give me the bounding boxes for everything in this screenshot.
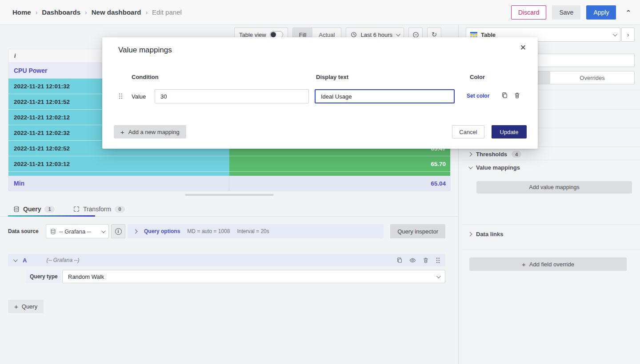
summary-label: Min <box>8 176 229 191</box>
transform-icon <box>73 206 80 212</box>
table-row-partial <box>8 172 450 176</box>
modal-title: Value mappings <box>118 46 172 55</box>
display-text-input[interactable] <box>315 89 455 103</box>
breadcrumb-edit-panel: Edit panel <box>152 8 182 16</box>
value-cell: 65.70 <box>229 156 450 172</box>
chevron-up-icon[interactable]: ⌃ <box>625 9 631 15</box>
tab-transform-label: Transform <box>83 206 111 213</box>
query-options-label: Query options <box>144 228 180 234</box>
value-mappings-header[interactable]: Value mappings <box>462 160 640 175</box>
chevron-right-icon <box>468 152 472 157</box>
apply-button[interactable]: Apply <box>586 5 616 20</box>
display-text-column-header: Display text <box>316 74 348 80</box>
tab-query[interactable]: Query 1 <box>8 202 60 216</box>
value-mappings-modal: Value mappings ✕ Condition Display text … <box>102 37 538 149</box>
datasource-row: Data source -- Grafana -- i Query option… <box>8 224 445 238</box>
query-type-select[interactable]: Random Walk <box>62 270 445 283</box>
pane-resize-handle[interactable] <box>185 194 274 196</box>
chevron-down-icon <box>13 257 18 262</box>
delete-mapping-trash-icon[interactable] <box>514 92 520 100</box>
plus-icon: + <box>522 261 526 268</box>
grafana-edit-panel-screen: Home › Dashboards › New dashboard › Edit… <box>0 0 640 364</box>
add-query-button[interactable]: + Query <box>8 300 44 313</box>
hide-query-eye-icon[interactable] <box>409 257 416 264</box>
condition-column-header: Condition <box>132 74 159 80</box>
breadcrumb-separator-icon: › <box>145 9 148 16</box>
add-field-override-button[interactable]: + Add field override <box>469 257 627 271</box>
copy-mapping-icon[interactable] <box>501 92 508 100</box>
breadcrumb-separator-icon: › <box>36 9 38 16</box>
transform-count-badge: 0 <box>115 206 124 213</box>
delete-query-trash-icon[interactable] <box>423 257 429 263</box>
add-field-override-label: Add field override <box>529 261 574 268</box>
add-new-mapping-label: Add a new mapping <box>128 129 180 135</box>
add-new-mapping-button[interactable]: + Add a new mapping <box>114 125 186 138</box>
query-inspector-button[interactable]: Query inspector <box>390 224 445 238</box>
max-data-points: MD = auto = 1008 <box>187 228 230 234</box>
data-links-header[interactable]: Data links <box>462 225 640 241</box>
query-type-row: Query type Random Walk <box>26 270 445 283</box>
plus-icon: + <box>120 128 124 136</box>
field-override-area: + Add field override <box>462 249 640 285</box>
cancel-button[interactable]: Cancel <box>452 125 484 138</box>
summary-value: 65.04 <box>229 176 450 191</box>
tab-transform[interactable]: Transform 0 <box>68 202 130 216</box>
summary-row: Min 65.04 <box>8 176 450 191</box>
datasource-value: -- Grafana -- <box>59 228 98 235</box>
chevron-down-icon <box>101 229 106 233</box>
query-row-datasource: (-- Grafana --) <box>46 257 79 263</box>
chevron-down-icon <box>436 274 441 278</box>
toggle-knob <box>271 32 276 37</box>
table-row: 2022-11-21 12:03:12 65.70 <box>8 156 450 172</box>
tab-overrides[interactable]: Overrides <box>550 71 634 84</box>
thresholds-label: Thresholds <box>476 151 507 158</box>
color-column-header: Color <box>470 74 485 80</box>
panel-info-icon[interactable]: i <box>14 53 16 59</box>
data-links-label: Data links <box>476 231 503 237</box>
table-viz-icon <box>470 32 477 38</box>
time-cell: 2022-11-21 12:03:12 <box>8 156 229 172</box>
collapse-options-button[interactable]: › <box>621 28 635 42</box>
set-color-link[interactable]: Set color <box>467 93 489 99</box>
info-circle-icon: i <box>115 228 122 235</box>
chevron-right-icon: › <box>627 31 629 38</box>
datasource-picker[interactable]: -- Grafana -- <box>46 224 109 238</box>
mapping-drag-handle-icon[interactable] <box>118 93 123 101</box>
top-nav: Home › Dashboards › New dashboard › Edit… <box>0 0 640 25</box>
query-options-bar[interactable]: Query options MD = auto = 1008 Interval … <box>128 224 384 238</box>
chevron-right-icon <box>468 232 472 237</box>
value-mappings-label: Value mappings <box>476 164 520 171</box>
chevron-right-icon <box>133 229 138 233</box>
chevron-down-icon <box>468 165 473 169</box>
section-value-mappings: Value mappings Add value mappings <box>462 160 640 224</box>
drag-handle-icon[interactable] <box>436 257 440 264</box>
update-button[interactable]: Update <box>492 125 527 138</box>
header-actions: Discard Save Apply ⌃ <box>511 5 631 20</box>
interval: Interval = 20s <box>237 228 269 234</box>
discard-button[interactable]: Discard <box>511 5 546 20</box>
query-ref-id: A <box>23 257 27 264</box>
breadcrumb-separator-icon: › <box>85 9 87 16</box>
thresholds-count-badge: 4 <box>512 151 521 158</box>
duplicate-query-icon[interactable] <box>396 257 403 263</box>
chevron-down-icon <box>396 32 400 36</box>
breadcrumb-dashboards[interactable]: Dashboards <box>42 8 80 16</box>
database-icon <box>50 229 56 234</box>
mapping-type-label: Value <box>132 93 146 100</box>
clock-icon <box>351 32 357 38</box>
query-row-header[interactable]: A (-- Grafana --) <box>8 254 445 266</box>
add-value-mappings-button[interactable]: Add value mappings <box>476 181 632 194</box>
condition-value-input[interactable] <box>155 89 309 103</box>
datasource-help-button[interactable]: i <box>111 224 125 238</box>
add-query-label: Query <box>22 303 37 310</box>
breadcrumb-new-dashboard[interactable]: New dashboard <box>92 8 141 16</box>
breadcrumb-home[interactable]: Home <box>12 8 31 16</box>
section-thresholds: Thresholds 4 <box>462 146 640 162</box>
save-button[interactable]: Save <box>552 5 580 20</box>
chevron-down-icon <box>613 32 617 36</box>
query-type-label: Query type <box>26 270 61 283</box>
query-count-badge: 1 <box>44 206 54 213</box>
section-data-links: Data links <box>462 224 640 249</box>
bottom-pane-tabs: Query 1 Transform 0 <box>0 202 458 217</box>
close-icon[interactable]: ✕ <box>520 44 526 51</box>
